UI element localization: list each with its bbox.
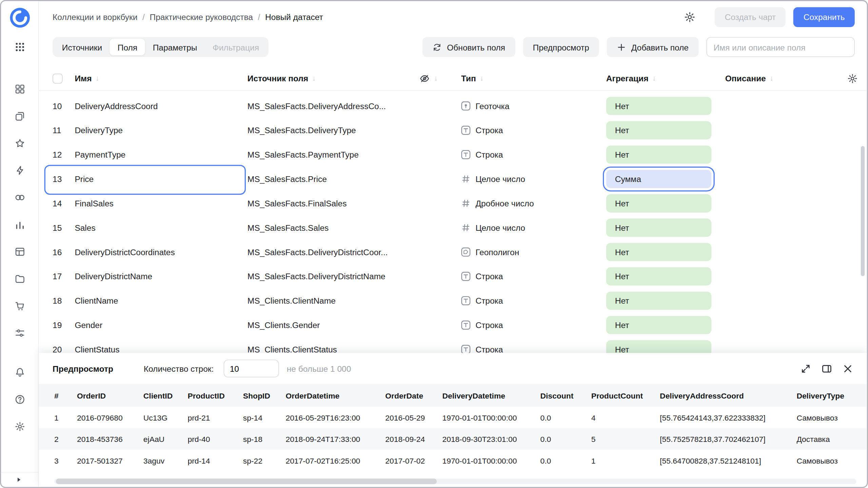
expand-preview-icon[interactable] <box>800 363 811 374</box>
field-type[interactable]: Строка <box>461 271 606 281</box>
charts-icon[interactable] <box>14 219 25 230</box>
column-header-description[interactable]: Описание <box>725 74 766 83</box>
field-source[interactable]: MS_SalesFacts.DeliveryAddressCo... <box>248 101 419 110</box>
field-row[interactable]: 17 DeliveryDistrictName MS_SalesFacts.De… <box>39 264 867 288</box>
field-type[interactable]: Строка <box>461 344 606 354</box>
dock-preview-icon[interactable] <box>821 363 832 374</box>
field-name[interactable]: ClientName <box>75 296 247 305</box>
field-name[interactable]: Price <box>75 174 247 183</box>
sort-icon[interactable]: ↓ <box>312 74 316 82</box>
field-name[interactable]: ClientStatus <box>75 344 247 354</box>
field-source[interactable]: MS_SalesFacts.DeliveryDistrictName <box>248 271 419 281</box>
dashboards-icon[interactable] <box>14 84 25 95</box>
field-source[interactable]: MS_Clients.Gender <box>248 320 419 329</box>
field-type[interactable]: Целое число <box>461 174 606 183</box>
breadcrumb-workbook[interactable]: Практические руководства <box>137 12 253 22</box>
field-name[interactable]: DeliveryDistrictCoordinates <box>75 247 247 257</box>
aggregation-pill[interactable]: Нет <box>606 121 711 139</box>
preview-button[interactable]: Предпросмотр <box>523 37 599 57</box>
hidden-column-icon[interactable] <box>419 73 430 84</box>
row-count-input[interactable] <box>224 360 279 377</box>
field-name[interactable]: Sales <box>75 223 247 232</box>
field-source[interactable]: MS_SalesFacts.PaymentType <box>248 150 419 159</box>
table-settings-gear-icon[interactable] <box>847 73 858 84</box>
dataset-settings-gear-icon[interactable] <box>684 11 696 23</box>
field-row[interactable]: 15 Sales MS_SalesFacts.Sales Целое число… <box>39 215 867 240</box>
help-icon[interactable] <box>14 394 25 405</box>
field-row[interactable]: 10 DeliveryAddressCoord MS_SalesFacts.De… <box>39 94 867 118</box>
field-source[interactable]: MS_SalesFacts.Price <box>248 174 419 183</box>
create-chart-button[interactable]: Создать чарт <box>715 7 786 27</box>
field-type[interactable]: Строка <box>461 320 606 329</box>
field-name[interactable]: DeliveryAddressCoord <box>75 101 247 110</box>
aggregation-pill[interactable]: Нет <box>606 291 711 310</box>
refresh-fields-button[interactable]: Обновить поля <box>422 37 515 57</box>
field-name[interactable]: Gender <box>75 320 247 329</box>
apps-grid-icon[interactable] <box>14 41 25 53</box>
field-name[interactable]: DeliveryDistrictName <box>75 271 247 281</box>
aggregation-pill[interactable]: Нет <box>606 145 711 164</box>
tab-filtering[interactable]: Фильтрация <box>205 39 267 55</box>
field-type[interactable]: Строка <box>461 150 606 159</box>
field-search-input[interactable] <box>706 37 855 57</box>
favorites-icon[interactable] <box>14 138 25 149</box>
field-type[interactable]: Целое число <box>461 223 606 232</box>
aggregation-pill[interactable]: Сумма <box>606 169 711 188</box>
datalens-logo-icon[interactable] <box>9 7 30 28</box>
add-field-button[interactable]: Добавить поле <box>607 37 699 57</box>
tab-fields[interactable]: Поля <box>110 39 145 55</box>
expand-sidebar-icon[interactable] <box>14 475 23 484</box>
column-header-name[interactable]: Имя <box>75 74 92 83</box>
sort-icon[interactable]: ↓ <box>480 74 484 82</box>
field-source[interactable]: MS_Clients.ClientStatus <box>248 344 419 354</box>
column-header-type[interactable]: Тип <box>461 74 476 83</box>
notifications-bell-icon[interactable] <box>14 367 25 378</box>
vertical-scrollbar[interactable] <box>861 146 865 276</box>
field-type[interactable]: Строка <box>461 125 606 135</box>
field-row[interactable]: 16 DeliveryDistrictCoordinates MS_SalesF… <box>39 240 867 264</box>
field-name[interactable]: FinalSales <box>75 198 247 208</box>
column-header-source[interactable]: Источник поля <box>248 74 308 83</box>
aggregation-pill[interactable]: Нет <box>606 316 711 334</box>
select-all-checkbox[interactable] <box>53 73 62 83</box>
field-name[interactable]: DeliveryType <box>75 125 247 135</box>
horizontal-scrollbar-thumb[interactable] <box>56 479 437 484</box>
field-type[interactable]: Геоточка <box>461 101 606 110</box>
aggregation-pill[interactable]: Нет <box>606 243 711 261</box>
field-source[interactable]: MS_SalesFacts.DeliveryDistrictCoor... <box>248 247 419 257</box>
collections-icon[interactable] <box>14 111 25 122</box>
field-source[interactable]: MS_Clients.ClientName <box>248 296 419 305</box>
field-source[interactable]: MS_SalesFacts.Sales <box>248 223 419 232</box>
settings-gear-icon[interactable] <box>14 421 25 432</box>
sort-icon[interactable]: ↓ <box>652 74 656 82</box>
field-row[interactable]: 12 PaymentType MS_SalesFacts.PaymentType… <box>39 142 867 167</box>
storage-icon[interactable] <box>14 273 25 285</box>
monitoring-icon[interactable] <box>14 192 25 203</box>
field-source[interactable]: MS_SalesFacts.FinalSales <box>248 198 419 208</box>
field-row[interactable]: 18 ClientName MS_Clients.ClientName Стро… <box>39 288 867 313</box>
field-type[interactable]: Дробное число <box>461 198 606 208</box>
marketplace-icon[interactable] <box>14 301 25 312</box>
aggregation-pill[interactable]: Нет <box>606 194 711 212</box>
field-row[interactable]: 19 Gender MS_Clients.Gender Строка Нет <box>39 312 867 337</box>
field-source[interactable]: MS_SalesFacts.DeliveryType <box>248 125 419 135</box>
aggregation-pill[interactable]: Нет <box>606 218 711 237</box>
field-type[interactable]: Геополигон <box>461 247 606 257</box>
field-name[interactable]: PaymentType <box>75 150 247 159</box>
breadcrumb-collections[interactable]: Коллекции и воркбуки <box>53 12 137 22</box>
sort-icon[interactable]: ↓ <box>770 74 773 82</box>
column-header-aggregation[interactable]: Агрегация <box>606 74 649 83</box>
sort-icon[interactable]: ↓ <box>434 74 438 82</box>
tab-parameters[interactable]: Параметры <box>145 39 205 55</box>
aggregation-pill[interactable]: Нет <box>606 267 711 285</box>
close-preview-icon[interactable] <box>842 363 853 374</box>
field-type[interactable]: Строка <box>461 296 606 305</box>
aggregation-pill[interactable]: Нет <box>606 97 711 115</box>
field-row[interactable]: 13 Price MS_SalesFacts.Price Целое число… <box>39 166 867 191</box>
field-row[interactable]: 14 FinalSales MS_SalesFacts.FinalSales Д… <box>39 191 867 215</box>
editor-icon[interactable] <box>14 165 25 176</box>
services-icon[interactable] <box>14 328 25 339</box>
field-row[interactable]: 20 ClientStatus MS_Clients.ClientStatus … <box>39 337 867 355</box>
save-button[interactable]: Сохранить <box>793 7 854 27</box>
datasets-icon[interactable] <box>14 246 25 258</box>
